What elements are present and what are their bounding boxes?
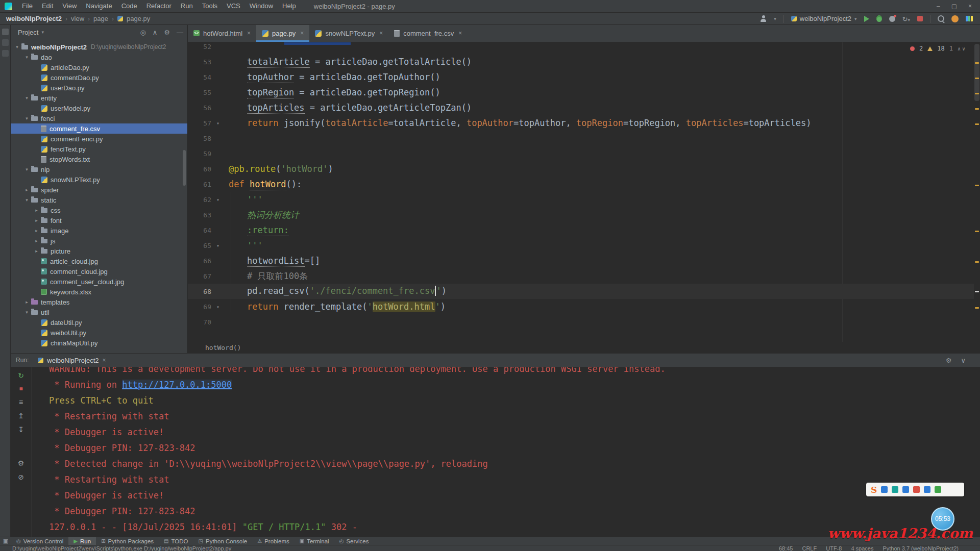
recorder-tool-icon[interactable] — [902, 486, 909, 493]
code-line-61[interactable]: 61def hotWord(): — [188, 177, 974, 192]
project-stripe-icon[interactable] — [2, 29, 9, 35]
search-icon[interactable] — [938, 15, 944, 22]
tree-item-chinaMapUtil.py[interactable]: chinaMapUtil.py — [11, 338, 187, 348]
tree-chevron-icon[interactable]: ▸ — [23, 187, 30, 192]
inspections-widget[interactable]: 2 18 1 ∧∨ — [910, 45, 967, 52]
recorder-tool-icon[interactable] — [881, 486, 888, 493]
close-icon[interactable]: × — [300, 30, 304, 37]
tree-item-spider[interactable]: ▸spider — [11, 185, 187, 195]
project-panel-title[interactable]: Project — [18, 29, 38, 36]
code-editor[interactable]: 5253totalArticle = articleDao.getTotalAr… — [188, 42, 974, 353]
tree-item-snowNLPText.py[interactable]: snowNLPText.py — [11, 174, 187, 185]
tree-item-static[interactable]: ▾static — [11, 195, 187, 205]
project-scrollbar[interactable] — [183, 150, 186, 186]
close-icon[interactable]: × — [968, 3, 972, 10]
run-button[interactable] — [864, 16, 869, 22]
breadcrumb-item[interactable]: page.py — [127, 15, 150, 22]
menu-item-refactor[interactable]: Refactor — [142, 2, 176, 10]
code-line-62[interactable]: 62▾''' — [188, 192, 974, 207]
tree-item-picture[interactable]: ▸picture — [11, 246, 187, 256]
menu-item-edit[interactable]: Edit — [37, 2, 58, 10]
recorder-tool-icon[interactable] — [924, 486, 930, 493]
tree-item-commentFenci.py[interactable]: commentFenci.py — [11, 134, 187, 144]
editor-context-breadcrumb[interactable]: hotWord() — [188, 342, 974, 353]
fold-icon[interactable]: ▾ — [211, 243, 225, 248]
tree-item-util[interactable]: ▾util — [11, 307, 187, 317]
code-line-70[interactable]: 70 — [188, 314, 974, 330]
code-line-60[interactable]: 60@pb.route('hotWord') — [188, 161, 974, 177]
tree-item-userDao.py[interactable]: userDao.py — [11, 83, 187, 93]
close-icon[interactable]: × — [458, 30, 462, 37]
maximize-icon[interactable]: ▢ — [951, 3, 957, 10]
tree-chevron-icon[interactable]: ▸ — [33, 248, 40, 254]
fold-icon[interactable]: ▾ — [211, 120, 225, 126]
notifications-icon[interactable] — [951, 15, 959, 22]
toolwindow-todo[interactable]: ▤TODO — [159, 537, 193, 545]
clear-icon[interactable]: ⊘ — [18, 473, 24, 481]
tree-chevron-icon[interactable]: ▾ — [23, 197, 30, 203]
tree-item-keywords.xlsx[interactable]: keywords.xlsx — [11, 287, 187, 297]
code-line-56[interactable]: 56topArticles = articleDao.getArticleTop… — [188, 100, 974, 115]
menu-item-code[interactable]: Code — [117, 2, 142, 10]
toolwindow-problems[interactable]: ⚠Problems — [252, 537, 295, 545]
code-line-55[interactable]: 55topRegion = articleDao.getTopRegion() — [188, 85, 974, 100]
tree-chevron-icon[interactable]: ▾ — [23, 116, 30, 121]
tree-item-image[interactable]: ▸image — [11, 226, 187, 236]
breadcrumb-item[interactable]: weiboNlpProject2 — [6, 15, 62, 22]
structure-stripe-icon[interactable] — [2, 50, 9, 57]
toolwindow-python-packages[interactable]: ⊞Python Packages — [96, 537, 159, 545]
plugins-icon[interactable] — [966, 16, 973, 21]
tree-chevron-icon[interactable]: ▾ — [23, 55, 30, 60]
toolwindow-services[interactable]: ◴Services — [334, 537, 374, 545]
status-item[interactable]: 4 spaces — [851, 545, 873, 551]
tree-chevron-icon[interactable]: ▸ — [33, 238, 40, 243]
tree-chevron-icon[interactable]: ▸ — [33, 218, 40, 223]
settings-icon[interactable]: ⚙ — [18, 460, 24, 467]
gear-icon[interactable]: ⚙ — [164, 29, 170, 36]
status-item[interactable]: Python 3.7 (weiboNlpProject2) — [883, 545, 959, 551]
close-icon[interactable]: × — [379, 30, 383, 37]
tree-item-article_cloud.jpg[interactable]: article_cloud.jpg — [11, 256, 187, 266]
scroll-up-icon[interactable]: ↥ — [18, 412, 24, 419]
tree-item-comment_cloud.jpg[interactable]: comment_cloud.jpg — [11, 266, 187, 277]
tree-item-weiboUtil.py[interactable]: weiboUtil.py — [11, 328, 187, 338]
code-line-65[interactable]: 65▾''' — [188, 238, 974, 253]
code-line-58[interactable]: 58 — [188, 131, 974, 146]
fold-icon[interactable]: ▾ — [211, 197, 225, 203]
toolwindow-terminal[interactable]: ▣Terminal — [295, 537, 334, 545]
toolwindow-run[interactable]: ▶Run — [68, 537, 96, 545]
code-line-57[interactable]: 57▾return jsonify(totalArticle=totalArti… — [188, 115, 974, 131]
code-line-69[interactable]: 69▾return render_template('hotWord.html'… — [188, 299, 974, 314]
status-item[interactable]: 68:45 — [779, 545, 793, 551]
close-icon[interactable]: × — [103, 357, 106, 364]
tree-chevron-icon[interactable]: ▸ — [33, 208, 40, 213]
tab-snowNLPText.py[interactable]: snowNLPText.py× — [309, 24, 388, 42]
debug-button[interactable] — [876, 15, 882, 22]
console-link[interactable]: http://127.0.0.1:5000 — [122, 380, 232, 390]
run-tab[interactable]: weiboNlpProject2 × — [38, 357, 106, 364]
stop-button[interactable] — [917, 16, 923, 21]
tree-chevron-icon[interactable]: ▸ — [23, 299, 30, 305]
tree-item-dao[interactable]: ▾dao — [11, 52, 187, 62]
console-output[interactable]: WARNING: This is a development server. D… — [32, 367, 980, 537]
run-config-selector[interactable]: weiboNlpProject2 ▾ — [791, 15, 857, 22]
status-item[interactable]: CRLF — [802, 545, 817, 551]
tree-item-stopWords.txt[interactable]: stopWords.txt — [11, 154, 187, 164]
tree-item-templates[interactable]: ▸templates — [11, 297, 187, 307]
rerun-icon[interactable]: ↻ — [18, 372, 24, 379]
menu-item-help[interactable]: Help — [278, 2, 301, 10]
code-line-64[interactable]: 64:return: — [188, 222, 974, 238]
minimize-icon[interactable]: – — [937, 3, 940, 10]
profiler-button[interactable] — [889, 16, 895, 22]
code-line-68[interactable]: 68pd.read_csv('./fenci/comment_fre.csv') — [188, 284, 974, 299]
menu-item-window[interactable]: Window — [245, 2, 278, 10]
tree-item-css[interactable]: ▸css — [11, 205, 187, 215]
collapse-icon[interactable]: ∨ — [961, 357, 966, 364]
menu-item-vcs[interactable]: VCS — [222, 2, 245, 10]
editor-scrollbar[interactable] — [974, 42, 980, 353]
tree-item-font[interactable]: ▸font — [11, 215, 187, 226]
next-prev-highlight-icons[interactable]: ∧∨ — [958, 46, 967, 52]
tree-item-fenciText.py[interactable]: fenciText.py — [11, 144, 187, 154]
tree-item-nlp[interactable]: ▾nlp — [11, 164, 187, 174]
tree-item-js[interactable]: ▸js — [11, 236, 187, 246]
